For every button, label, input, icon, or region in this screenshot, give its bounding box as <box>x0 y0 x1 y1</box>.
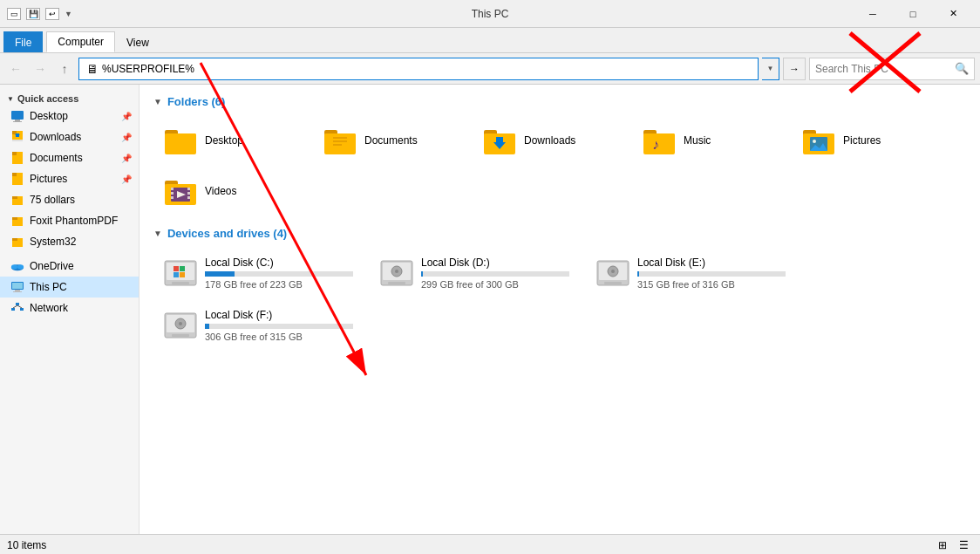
sidebar-item-downloads[interactable]: Downloads 📌 <box>0 127 139 147</box>
svg-rect-69 <box>180 266 185 271</box>
svg-rect-79 <box>604 282 622 284</box>
tab-view[interactable]: View <box>115 31 160 52</box>
documents-icon <box>10 151 24 165</box>
sidebar-item-pictures-label: Pictures <box>30 173 67 185</box>
search-icon: 🔍 <box>955 62 969 75</box>
svg-rect-24 <box>15 290 20 291</box>
svg-rect-9 <box>12 152 17 155</box>
svg-rect-74 <box>388 282 405 284</box>
drive-c-bar-container <box>205 271 353 277</box>
title-bar-dropdown[interactable]: ▼ <box>65 10 72 18</box>
svg-point-52 <box>813 140 816 143</box>
sidebar-item-onedrive[interactable]: OneDrive <box>0 256 139 277</box>
drive-e-name: Local Disk (E:) <box>637 256 786 269</box>
svg-rect-70 <box>174 272 179 277</box>
address-dropdown[interactable]: ▼ <box>762 58 779 80</box>
sidebar: ▼ Quick access Desktop 📌 Downloads 📌 Doc… <box>0 85 140 534</box>
title-bar: ▭ 💾 ↩ ▼ This PC ─ □ ✕ <box>0 0 980 28</box>
title-bar-icons: ▭ 💾 ↩ ▼ <box>7 8 72 20</box>
drive-e-bar-container <box>637 271 786 277</box>
minimize-button[interactable]: ─ <box>853 0 893 28</box>
drives-collapse-icon[interactable]: ▼ <box>153 229 162 238</box>
svg-rect-26 <box>16 303 19 305</box>
folder-documents[interactable]: Documents <box>313 119 466 162</box>
status-bar: 10 items ⊞ ☰ <box>0 534 980 554</box>
tab-file[interactable]: File <box>3 31 43 52</box>
sidebar-item-thispc[interactable]: This PC <box>0 277 139 298</box>
folder-videos[interactable]: Videos <box>153 169 306 213</box>
address-field[interactable]: %USERPROFILE% <box>102 63 751 75</box>
sidebar-item-network[interactable]: Network <box>0 298 139 318</box>
search-input[interactable] <box>815 63 951 75</box>
back-button[interactable]: ← <box>5 58 26 79</box>
folders-collapse-icon[interactable]: ▼ <box>153 97 162 106</box>
folder-videos-label: Videos <box>205 185 236 197</box>
up-button[interactable]: ↑ <box>54 58 75 79</box>
drive-e-info: Local Disk (E:) 315 GB free of 316 GB <box>637 256 786 290</box>
thispc-icon <box>10 280 24 294</box>
svg-rect-2 <box>13 121 22 122</box>
svg-rect-60 <box>171 196 174 199</box>
address-input-container[interactable]: 🖥 %USERPROFILE% <box>78 58 759 80</box>
large-icons-view-button[interactable]: ⊞ <box>933 537 952 554</box>
view-controls: ⊞ ☰ <box>933 537 973 554</box>
save-icon: 💾 <box>26 8 40 20</box>
drive-d[interactable]: Local Disk (D:) 299 GB free of 300 GB <box>370 250 579 296</box>
sidebar-item-documents[interactable]: Documents 📌 <box>0 147 139 168</box>
details-view-button[interactable]: ☰ <box>954 537 973 554</box>
drive-f-name: Local Disk (F:) <box>205 309 353 321</box>
svg-rect-7 <box>12 140 23 141</box>
svg-rect-15 <box>12 217 17 220</box>
svg-point-19 <box>11 264 17 269</box>
folder-music[interactable]: ♪ Music <box>632 119 785 162</box>
svg-rect-84 <box>172 334 189 337</box>
folders-section-header: ▼ Folders (6) <box>153 95 966 108</box>
drive-d-info: Local Disk (D:) 299 GB free of 300 GB <box>421 256 569 290</box>
drive-e[interactable]: Local Disk (E:) 315 GB free of 316 GB <box>586 250 795 296</box>
folder-downloads[interactable]: Downloads <box>473 119 625 162</box>
folder-pictures-label: Pictures <box>843 134 881 147</box>
sidebar-item-system32[interactable]: System32 <box>0 231 139 252</box>
drive-f-bar-container <box>205 324 353 329</box>
window-controls: ─ □ ✕ <box>853 0 973 28</box>
drive-icon-e <box>595 257 630 289</box>
drive-f[interactable]: Local Disk (F:) 306 GB free of 315 GB <box>153 303 363 348</box>
folder-desktop[interactable]: Desktop <box>153 119 306 162</box>
folder-pictures[interactable]: Pictures <box>792 119 944 162</box>
svg-rect-67 <box>172 282 189 284</box>
sidebar-item-foxit[interactable]: Foxit PhantomPDF <box>0 210 139 231</box>
sidebar-item-desktop[interactable]: Desktop 📌 <box>0 106 139 127</box>
tab-computer[interactable]: Computer <box>46 31 115 52</box>
sidebar-item-pictures[interactable]: Pictures 📌 <box>0 168 139 189</box>
go-button[interactable]: → <box>783 58 806 80</box>
folder-icon-desktop <box>163 125 198 156</box>
pin-icon-desktop: 📌 <box>121 112 132 121</box>
drive-d-space: 299 GB free of 300 GB <box>421 279 569 290</box>
quick-access-chevron[interactable]: ▼ <box>7 95 14 103</box>
folders-grid: Desktop Documents <box>153 119 966 213</box>
drive-d-bar-container <box>421 271 569 277</box>
folder-desktop-label: Desktop <box>205 134 243 147</box>
ribbon: File Computer View <box>0 28 980 53</box>
folder-downloads-label: Downloads <box>524 134 575 147</box>
network-icon <box>10 301 24 315</box>
drive-d-bar <box>421 271 423 277</box>
window-title: This PC <box>472 8 509 20</box>
drive-icon-f <box>163 310 198 341</box>
folder-icon-videos <box>163 175 198 207</box>
svg-rect-58 <box>171 188 174 190</box>
svg-rect-13 <box>12 196 17 199</box>
drive-c[interactable]: Local Disk (C:) 178 GB free of 223 GB <box>153 250 363 296</box>
maximize-button[interactable]: □ <box>893 0 933 28</box>
drive-d-name: Local Disk (D:) <box>421 256 569 269</box>
folder-music-label: Music <box>684 134 711 147</box>
folder-icon-downloads <box>482 125 517 156</box>
svg-rect-27 <box>11 308 15 311</box>
close-button[interactable]: ✕ <box>933 0 973 28</box>
svg-rect-38 <box>333 140 347 142</box>
search-box[interactable]: 🔍 <box>809 58 975 80</box>
forward-button[interactable]: → <box>30 58 51 79</box>
svg-rect-6 <box>16 133 19 137</box>
status-count: 10 items <box>7 539 46 551</box>
sidebar-item-75dollars[interactable]: 75 dollars <box>0 189 139 210</box>
